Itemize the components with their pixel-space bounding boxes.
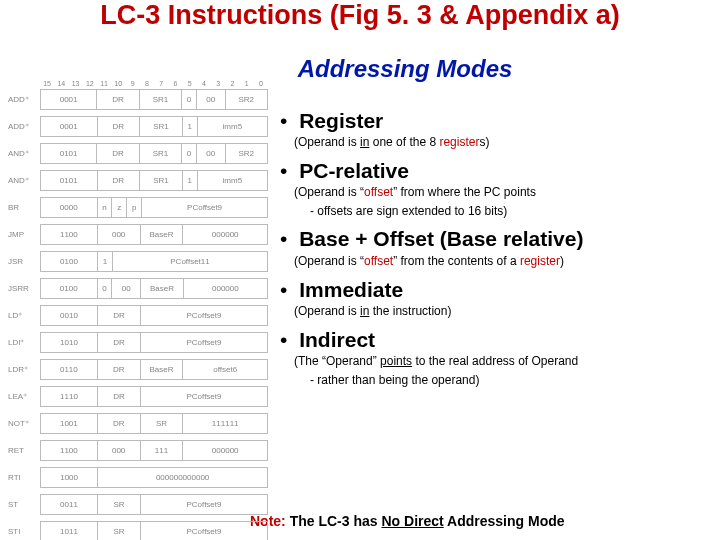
enc-row: ST0011SRPCoffset9 (8, 494, 268, 515)
enc-fields: 1010DRPCoffset9 (40, 332, 268, 353)
enc-row: LDR⁺0110DRBaseRoffset6 (8, 359, 268, 380)
enc-field: 0000 (41, 198, 98, 217)
enc-field: 111111 (183, 414, 267, 433)
enc-field: 1100 (41, 225, 98, 244)
enc-fields: 0010DRPCoffset9 (40, 305, 268, 326)
enc-field: 000000 (183, 225, 267, 244)
enc-field: SR1 (140, 144, 182, 163)
enc-field: 0 (182, 144, 197, 163)
page-title: LC-3 Instructions (Fig 5. 3 & Appendix a… (0, 0, 720, 31)
enc-fields: 0100000BaseR000000 (40, 278, 268, 299)
enc-field: imm5 (198, 117, 267, 136)
mode-name: Base + Offset (Base relative) (299, 227, 583, 250)
enc-field: PCoffset11 (113, 252, 267, 271)
mnemonic: LDI⁺ (8, 332, 40, 353)
enc-row: BR0000nzpPCoffset9 (8, 197, 268, 218)
enc-row: RET1100000111000000 (8, 440, 268, 461)
enc-fields: 0001DRSR11imm5 (40, 116, 268, 137)
enc-field: 1010 (41, 333, 98, 352)
mnemonic: LD⁺ (8, 305, 40, 326)
bullet-icon: • (280, 278, 287, 301)
mnemonic: JSRR (8, 278, 40, 299)
enc-field: z (112, 198, 127, 217)
enc-field: SR2 (226, 90, 267, 109)
enc-field: 000 (98, 225, 141, 244)
mode-immediate-desc: (Operand is in the instruction) (294, 304, 710, 319)
enc-field: offset6 (183, 360, 267, 379)
enc-field: 000000 (184, 279, 267, 298)
enc-row: ADD⁺0001DRSR1000SR2 (8, 89, 268, 110)
mnemonic: JMP (8, 224, 40, 245)
enc-field: BaseR (141, 279, 184, 298)
mode-pc-relative: • PC-relative (280, 158, 710, 183)
enc-field: DR (98, 333, 141, 352)
mnemonic: AND⁺ (8, 170, 40, 191)
mnemonic: LEA⁺ (8, 386, 40, 407)
enc-field: 0101 (41, 171, 98, 190)
enc-fields: 1100000BaseR000000 (40, 224, 268, 245)
enc-field: SR (98, 495, 141, 514)
enc-field: 0010 (41, 306, 98, 325)
enc-field: 0 (182, 90, 197, 109)
enc-field: 1110 (41, 387, 98, 406)
enc-row: LD⁺0010DRPCoffset9 (8, 305, 268, 326)
enc-field: 0110 (41, 360, 98, 379)
content-area: • Register (Operand is in one of the 8 r… (280, 100, 710, 387)
enc-field: 0001 (41, 90, 97, 109)
enc-field: 0100 (41, 252, 98, 271)
bits-header: 1514131211109876543210 (8, 80, 268, 87)
enc-field: PCoffset9 (141, 495, 267, 514)
enc-field: 000000000000 (98, 468, 267, 487)
enc-field: 0 (98, 279, 113, 298)
mnemonic: STI (8, 521, 40, 540)
enc-fields: 0101DRSR1000SR2 (40, 143, 268, 164)
enc-field: DR (98, 117, 141, 136)
instruction-encoding-table: 1514131211109876543210ADD⁺0001DRSR1000SR… (8, 80, 268, 540)
enc-field: 1 (183, 171, 198, 190)
mnemonic: AND⁺ (8, 143, 40, 164)
bullet-icon: • (280, 109, 287, 132)
enc-field: 1001 (41, 414, 98, 433)
enc-field: 111 (141, 441, 184, 460)
enc-field: SR (141, 414, 184, 433)
enc-field: 0100 (41, 279, 98, 298)
enc-field: SR1 (140, 117, 183, 136)
mode-base-desc: (Operand is “offset” from the contents o… (294, 254, 710, 269)
enc-fields: 0000nzpPCoffset9 (40, 197, 268, 218)
mnemonic: LDR⁺ (8, 359, 40, 380)
enc-field: BaseR (141, 360, 184, 379)
enc-row: LEA⁺1110DRPCoffset9 (8, 386, 268, 407)
mode-indirect-sub: - rather than being the operand) (310, 373, 710, 387)
mnemonic: RET (8, 440, 40, 461)
enc-field: SR2 (226, 144, 267, 163)
enc-field: 00 (112, 279, 141, 298)
footer-note: Note: The LC-3 has No Direct Addressing … (250, 513, 715, 529)
bullet-icon: • (280, 159, 287, 182)
mode-name: Immediate (299, 278, 403, 301)
enc-field: 1 (98, 252, 113, 271)
enc-row: JSRR0100000BaseR000000 (8, 278, 268, 299)
mode-immediate: • Immediate (280, 277, 710, 302)
mode-name: Indirect (299, 328, 375, 351)
enc-fields: 1100000111000000 (40, 440, 268, 461)
enc-fields: 1011SRPCoffset9 (40, 521, 268, 540)
mode-name: Register (299, 109, 383, 132)
enc-field: SR (98, 522, 141, 540)
mnemonic: RTI (8, 467, 40, 488)
enc-field: 00 (197, 144, 226, 163)
enc-field: 000000 (183, 441, 267, 460)
enc-field: BaseR (141, 225, 184, 244)
mode-pcrel-desc: (Operand is “offset” from where the PC p… (294, 185, 710, 200)
mode-base-offset: • Base + Offset (Base relative) (280, 226, 710, 251)
enc-fields: 1001DRSR111111 (40, 413, 268, 434)
enc-field: 0001 (41, 117, 98, 136)
enc-row: AND⁺0101DRSR1000SR2 (8, 143, 268, 164)
enc-fields: 1000000000000000 (40, 467, 268, 488)
enc-field: PCoffset9 (142, 198, 267, 217)
enc-field: imm5 (198, 171, 267, 190)
enc-field: PCoffset9 (141, 387, 267, 406)
enc-field: DR (98, 414, 141, 433)
page-subtitle: Addressing Modes (270, 55, 540, 83)
enc-field: 1 (183, 117, 198, 136)
mode-register: • Register (280, 108, 710, 133)
